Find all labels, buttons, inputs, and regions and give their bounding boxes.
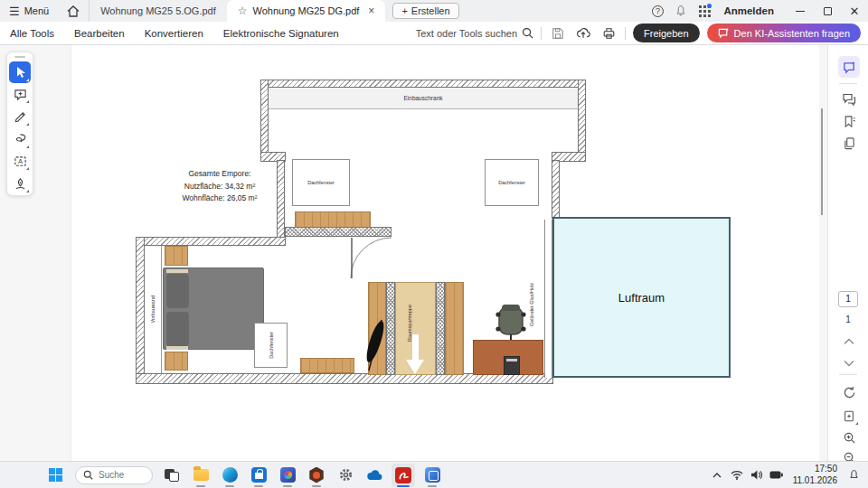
menu-button[interactable]: ☰ Menü [0, 0, 58, 22]
stair-divider-right [436, 282, 445, 375]
windows-taskbar: 17:50 11.01.2026 [0, 461, 868, 488]
ai-assistant-button[interactable]: Den KI-Assistenten fragen [707, 23, 861, 42]
submenu-arrow-icon [26, 100, 29, 103]
menu-esign[interactable]: Elektronische Signaturen [213, 28, 349, 39]
next-page-button[interactable] [838, 352, 860, 374]
tab-wohnung-dg[interactable]: ☆ Wohnung MG25 DG.pdf × [227, 0, 386, 22]
star-icon[interactable]: ☆ [238, 5, 248, 17]
help-button[interactable]: ? [646, 0, 669, 22]
task-view-button[interactable] [160, 464, 184, 487]
close-tab-icon[interactable]: × [368, 5, 374, 17]
divider [839, 374, 857, 375]
home-button[interactable] [58, 0, 90, 22]
clock[interactable]: 17:50 11.01.2026 [793, 464, 837, 486]
windows-logo-icon [49, 468, 62, 482]
svg-text:A: A [17, 157, 22, 165]
fit-page-button[interactable] [838, 405, 860, 427]
onedrive-button[interactable] [363, 464, 386, 487]
settings-button[interactable] [334, 464, 357, 487]
bedroom-wall-left [136, 237, 145, 384]
wall-mid-right [552, 160, 560, 219]
blue-app-button[interactable] [420, 464, 444, 487]
quick-tools-panel: A [6, 52, 33, 196]
minimize-button[interactable] [787, 0, 814, 22]
create-label: Erstellen [411, 5, 450, 16]
tray-expand-button[interactable] [708, 464, 726, 487]
apps-grid-button[interactable] [693, 0, 716, 22]
page-number-input[interactable]: 1 [838, 291, 858, 307]
save-button[interactable] [549, 27, 567, 40]
running-indicator [312, 485, 321, 487]
blue-app-icon [425, 467, 440, 483]
menu-alle-tools[interactable]: Alle Tools [0, 28, 64, 39]
bookmarks-panel-button[interactable] [838, 110, 860, 132]
wifi-tray-button[interactable] [728, 464, 746, 487]
pillow [166, 274, 189, 308]
stair-panel-right [445, 282, 464, 375]
running-indicator [254, 485, 263, 487]
maximize-icon [824, 7, 832, 15]
vertical-scrollbar[interactable] [821, 108, 823, 215]
taskbar-search[interactable] [75, 466, 153, 484]
pages-panel-button[interactable] [838, 132, 860, 154]
textbox-tool-button[interactable]: A [9, 151, 31, 173]
rotate-page-button[interactable] [838, 381, 860, 403]
signin-label[interactable]: Anmelden [723, 5, 774, 16]
chevron-up-icon [712, 473, 722, 478]
upload-cloud-button[interactable] [574, 26, 592, 40]
action-bar: Alle Tools Bearbeiten Konvertieren Elekt… [0, 22, 868, 45]
chevron-down-icon [844, 360, 854, 367]
textbox-icon: A [14, 155, 27, 168]
store-button[interactable] [247, 464, 270, 487]
battery-tray-button[interactable] [768, 464, 786, 487]
lasso-tool-button[interactable] [9, 128, 31, 150]
ai-assistant-panel-button[interactable] [838, 56, 860, 78]
close-window-button[interactable]: ✕ [841, 0, 868, 22]
task-view-icon [165, 469, 179, 482]
ai-label: Den KI-Assistenten fragen [734, 28, 850, 39]
search-tools-button[interactable]: Text oder Tools suchen [416, 27, 533, 39]
acrobat-app-button[interactable] [392, 464, 415, 487]
bedroom-wall-top [136, 237, 286, 246]
nightstand-top [165, 246, 188, 266]
notification-center-button[interactable] [844, 464, 863, 487]
tab-wohnung-5og[interactable]: Wohnung MG25 5.OG.pdf [90, 0, 227, 22]
create-button[interactable]: + Erstellen [392, 3, 458, 19]
photos-app-button[interactable] [276, 464, 299, 487]
previous-page-button[interactable] [838, 331, 860, 352]
file-explorer-button[interactable] [189, 464, 212, 487]
zoom-in-button[interactable] [838, 427, 860, 448]
print-button[interactable] [599, 27, 618, 40]
comment-tool-button[interactable] [9, 84, 31, 106]
stair-arrow-stem [412, 334, 419, 361]
raumspartreppe-label-box: Raumspartreppe [407, 286, 412, 342]
plant [362, 314, 391, 376]
security-app-button[interactable] [305, 464, 328, 487]
hamburger-icon: ☰ [9, 5, 20, 18]
draw-tool-button[interactable] [9, 106, 31, 127]
fit-page-icon [843, 409, 855, 423]
cloud-upload-icon [576, 26, 590, 40]
maximize-button[interactable] [814, 0, 841, 22]
menu-bearbeiten[interactable]: Bearbeiten [64, 28, 135, 39]
select-tool-button[interactable] [9, 61, 31, 83]
notifications-button[interactable] [669, 0, 693, 22]
pillow [166, 312, 189, 346]
comments-panel-button[interactable] [838, 89, 860, 110]
fill-sign-tool-button[interactable] [9, 173, 31, 194]
search-input[interactable] [99, 470, 144, 480]
railing-label-box: Geländer Glas/Holz [529, 267, 534, 326]
drag-handle[interactable] [14, 56, 25, 58]
edge-button[interactable] [218, 464, 241, 487]
volume-tray-button[interactable] [748, 464, 766, 487]
photos-icon [280, 467, 296, 483]
menu-label: Menü [24, 5, 50, 16]
submenu-arrow-icon [26, 167, 29, 170]
main-area: Gesamte Empore: Nutzfläche: 34,32 m² Woh… [0, 45, 868, 461]
share-button[interactable]: Freigeben [633, 23, 700, 42]
menu-konvertieren[interactable]: Konvertieren [135, 28, 213, 39]
start-button[interactable] [43, 464, 67, 487]
vorbauwand-label: Vorbauwand [150, 296, 156, 324]
divider [625, 27, 626, 40]
bed-frame-strip [166, 269, 188, 273]
